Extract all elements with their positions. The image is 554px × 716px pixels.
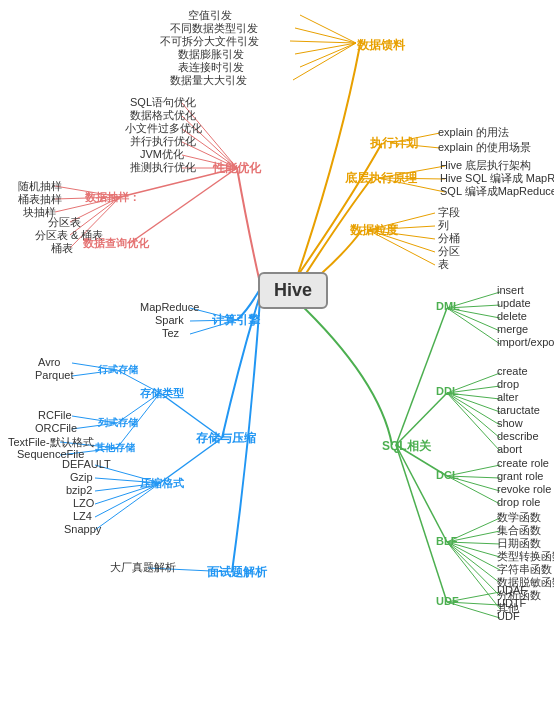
center-node: Hive [258,272,328,309]
leaf-tez: Tez [162,327,179,339]
leaf-create: create [497,365,528,377]
leaf-import-export: import/export [497,336,554,348]
branch-blf: BLF [436,535,457,547]
branch-存储与压缩: 存储与压缩 [196,430,256,447]
leaf-truncate: taructate [497,404,540,416]
leaf-orcfile: ORCFile [35,422,77,434]
branch-dml: DML [436,300,460,312]
leaf-spark: Spark [155,314,184,326]
leaf-merge: merge [497,323,528,335]
branch-性能优化: 性能优化 [213,160,261,177]
leaf-sql具体原理: SQL 编译成MapReduce具体原理 [440,184,554,199]
leaf-推测执行优化: 推测执行优化 [130,160,196,175]
branch-数据查询优化: 数据查询优化 [83,236,149,251]
leaf-桶表: 桶表 [51,241,73,256]
branch-dcl: DCL [436,469,459,481]
leaf-explain场景: explain 的使用场景 [438,140,531,155]
leaf-udf-leaf: UDF [497,610,520,622]
leaf-udtf: UDTF [497,597,526,609]
leaf-show: show [497,417,523,429]
leaf-default: DEFAULT [62,458,111,470]
leaf-udaf: UDAF [497,584,527,596]
branch-ddl: DDL [436,385,459,397]
branch-数据倾斜: 数据抽样： [85,190,140,205]
branch-压缩格式: 压缩格式 [140,476,184,491]
leaf-lzo: LZO [73,497,94,509]
branch-sql相关: SQL相关 [382,438,431,455]
branch-行式存储: 行式存储 [98,363,138,377]
leaf-mapreduce: MapReduce [140,301,199,313]
branch-执行计划: 执行计划 [370,135,418,152]
leaf-gzip: Gzip [70,471,93,483]
leaf-drop-role: drop role [497,496,540,508]
leaf-snappy: Snappy [64,523,101,535]
leaf-parquet: Parquet [35,369,74,381]
leaf-rcfile: RCFile [38,409,72,421]
branch-存储类型: 存储类型 [140,386,184,401]
svg-rect-0 [0,0,554,716]
leaf-bzip2: bzip2 [66,484,92,496]
branch-数据馈料: 数据馈料 [357,37,405,54]
leaf-abort: abort [497,443,522,455]
leaf-describe: describe [497,430,539,442]
leaf-insert: insert [497,284,524,296]
leaf-表: 表 [438,257,449,272]
branch-面试题解析: 面试题解析 [207,564,267,581]
branch-数据粒度: 数据粒度 [350,222,398,239]
branch-底层执行原理: 底层执行原理 [345,170,417,187]
leaf-update: update [497,297,531,309]
leaf-delete: delete [497,310,527,322]
branch-其他存储: 其他存储 [95,441,135,455]
leaf-grant-role: grant role [497,470,543,482]
leaf-drop: drop [497,378,519,390]
leaf-lz4: LZ4 [73,510,92,522]
leaf-数据量大大引发: 数据量大大引发 [170,73,247,88]
leaf-revoke-role: revoke role [497,483,551,495]
leaf-大厂真题解析: 大厂真题解析 [110,560,176,575]
leaf-avro: Avro [38,356,60,368]
branch-列式存储: 列式存储 [98,416,138,430]
leaf-create-role: create role [497,457,549,469]
leaf-alter: alter [497,391,518,403]
branch-udf: UDF [436,595,459,607]
branch-计算引擎: 计算引擎 [212,312,260,329]
leaf-explain用法: explain 的用法 [438,125,509,140]
